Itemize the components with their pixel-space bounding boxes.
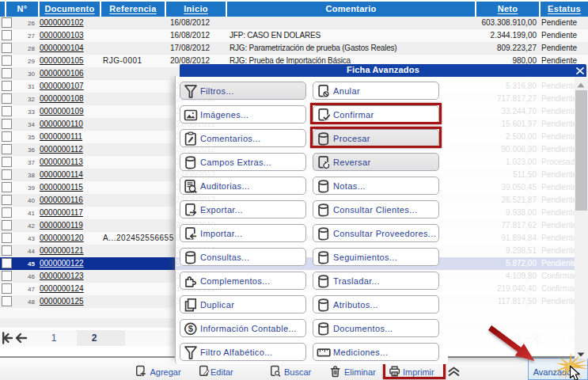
svg-text:$: $ <box>188 324 193 333</box>
